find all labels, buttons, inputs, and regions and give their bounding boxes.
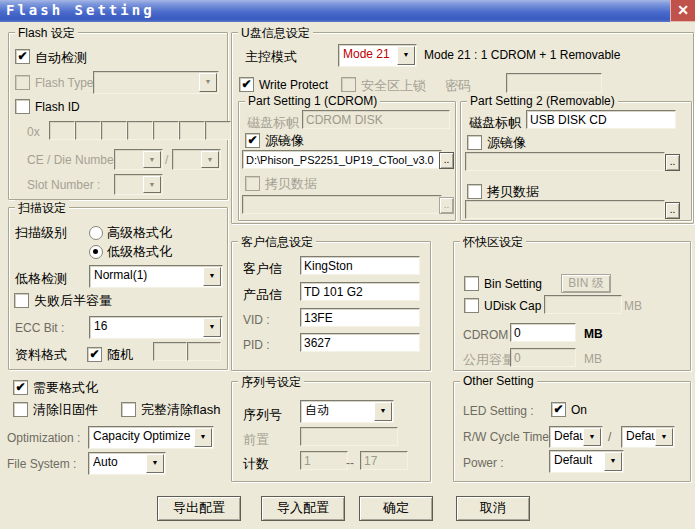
check-icon: ✔ <box>14 381 27 393</box>
auto-detect-label: 自动检测 <box>35 49 87 67</box>
pid-label: PID : <box>243 338 270 352</box>
led-on-checkbox[interactable]: ✔ <box>551 402 566 417</box>
password-label: 密码 <box>445 77 471 95</box>
auto-detect-checkbox[interactable]: ✔ <box>15 49 30 64</box>
low-format-radio[interactable] <box>89 245 103 259</box>
scan-group: 扫描设定 扫描级别 高级格式化 低级格式化 低格检测 Normal(1) ▼ 失… <box>8 207 228 370</box>
flash-type-dropdown: ▼ <box>93 71 219 94</box>
title-bar: Flash Setting ✕ <box>0 0 695 22</box>
file-system-value: Auto <box>93 453 147 472</box>
file-system-dropdown[interactable]: Auto ▼ <box>88 452 166 475</box>
part1-copy-data-field <box>242 195 442 214</box>
clear-old-firmware-checkbox[interactable] <box>13 402 28 417</box>
rw-cycle-dropdown-1[interactable]: Defau ▼ <box>549 426 603 448</box>
half-capacity-checkbox[interactable] <box>14 293 29 308</box>
serial-number-value: 自动 <box>305 401 375 420</box>
part2-copy-browse-button[interactable]: .. <box>665 202 680 219</box>
mode-label: 主控模式 <box>245 48 297 66</box>
product-field[interactable]: TD 101 G2 <box>300 282 420 301</box>
ecc-bit-label: ECC Bit : <box>15 321 64 335</box>
flash-id-byte-5 <box>153 121 179 140</box>
serial-number-dropdown[interactable]: 自动 ▼ <box>300 400 394 423</box>
bin-setting-checkbox[interactable] <box>464 276 479 291</box>
customer-field[interactable]: KingSton <box>300 256 420 275</box>
ce-dropdown: ▼ <box>114 149 163 170</box>
chevron-down-icon: ▼ <box>655 428 673 446</box>
rw-cycle-value-1: Defau <box>554 427 584 446</box>
ecc-bit-dropdown[interactable]: 16 ▼ <box>89 316 223 339</box>
export-config-button[interactable]: 导出配置 <box>157 496 241 521</box>
part2-browse-button[interactable]: .. <box>665 154 680 171</box>
close-icon[interactable]: ✕ <box>670 0 695 22</box>
chevron-down-icon: ▼ <box>583 428 601 446</box>
part1-browse-button[interactable]: .. <box>439 152 454 169</box>
flash-id-checkbox[interactable] <box>15 99 30 114</box>
rw-cycle-separator: / <box>608 430 611 444</box>
mode-description: Mode 21 : 1 CDROM + 1 Removable <box>424 48 620 62</box>
cdrom-size-label: CDROM : <box>463 328 515 342</box>
vid-label: VID : <box>243 313 270 327</box>
full-clear-flash-label: 完整清除flash <box>141 401 220 419</box>
low-format-label: 低级格式化 <box>107 243 172 261</box>
part2-group: Part Setting 2 (Removable) 磁盘标帜 USB DISK… <box>460 101 692 221</box>
part1-legend: Part Setting 1 (CDROM) <box>245 94 380 108</box>
chevron-down-icon: ▼ <box>203 267 221 286</box>
flash-id-byte-4 <box>127 121 153 140</box>
part2-copy-data-field <box>465 200 665 219</box>
serial-number-label: 序列号 <box>243 406 282 424</box>
udisk-cap-checkbox[interactable] <box>464 298 479 313</box>
random-checkbox[interactable]: ✔ <box>87 347 102 362</box>
udisk-cap-field <box>544 295 622 314</box>
power-value: Default <box>554 451 605 470</box>
chevron-down-icon: ▼ <box>201 151 219 168</box>
write-protect-checkbox[interactable]: ✔ <box>239 77 254 92</box>
need-format-checkbox[interactable]: ✔ <box>13 380 28 395</box>
pid-field[interactable]: 3627 <box>300 333 420 352</box>
chevron-down-icon: ▼ <box>143 151 161 168</box>
chevron-down-icon: ▼ <box>397 46 415 65</box>
led-on-label: On <box>571 403 587 417</box>
rw-cycle-dropdown-2[interactable]: Defau ▼ <box>621 426 675 448</box>
flash-id-byte-6 <box>179 121 205 140</box>
mode-dropdown[interactable]: Mode 21 ▼ <box>338 44 417 67</box>
part1-source-image-checkbox[interactable]: ✔ <box>245 133 260 148</box>
check-icon: ✔ <box>246 134 259 146</box>
part1-source-path-field[interactable]: D:\Phison_PS2251_UP19_CTool_v3.0 <box>242 150 442 169</box>
flash-id-byte-7 <box>205 121 231 140</box>
lowformat-detect-dropdown[interactable]: Normal(1) ▼ <box>89 265 223 288</box>
optimization-dropdown[interactable]: Capacity Optimize ▼ <box>88 426 214 449</box>
other-group-legend: Other Setting <box>460 374 537 388</box>
scan-level-label: 扫描级别 <box>15 224 67 242</box>
vid-field[interactable]: 13FE <box>300 308 420 327</box>
part2-disk-label: 磁盘标帜 <box>469 114 521 132</box>
count-from-field: 1 <box>300 451 348 470</box>
customer-group-legend: 客户信息设定 <box>238 234 316 251</box>
cdrom-size-field[interactable]: 0 <box>510 323 576 342</box>
hex-prefix-label: 0x <box>27 125 40 139</box>
die-dropdown: ▼ <box>172 149 221 170</box>
ok-button[interactable]: 确定 <box>359 496 433 521</box>
optimization-label: Optimization : <box>7 431 80 445</box>
chevron-down-icon: ▼ <box>143 176 161 193</box>
part1-disk-label: 磁盘标帜 <box>247 114 299 132</box>
flash-type-label: Flash Type <box>35 76 93 90</box>
part2-copy-data-checkbox[interactable] <box>467 184 482 199</box>
udisk-cap-label: UDisk Cap <box>484 299 541 313</box>
part2-source-image-label: 源镜像 <box>487 134 526 152</box>
high-format-radio[interactable] <box>89 226 103 240</box>
prefix-field <box>300 427 398 446</box>
import-config-button[interactable]: 导入配置 <box>261 496 345 521</box>
part2-source-image-checkbox[interactable] <box>467 135 482 150</box>
chevron-down-icon: ▼ <box>374 402 392 421</box>
power-label: Power : <box>463 456 504 470</box>
usb-info-group: U盘信息设定 主控模式 Mode 21 ▼ Mode 21 : 1 CDROM … <box>231 32 694 224</box>
power-dropdown[interactable]: Default ▼ <box>549 450 624 473</box>
led-setting-label: LED Setting : <box>463 404 534 418</box>
full-clear-flash-checkbox[interactable] <box>121 402 136 417</box>
part2-disk-field[interactable]: USB DISK CD <box>526 110 676 129</box>
data-format-label: 资料格式 <box>15 346 67 364</box>
serial-group: 序列号设定 序列号 自动 ▼ 前置 计数 1 -- 17 <box>231 381 431 482</box>
cancel-button[interactable]: 取消 <box>456 496 530 521</box>
lowformat-detect-value: Normal(1) <box>94 266 204 285</box>
public-capacity-unit: MB <box>584 352 602 366</box>
